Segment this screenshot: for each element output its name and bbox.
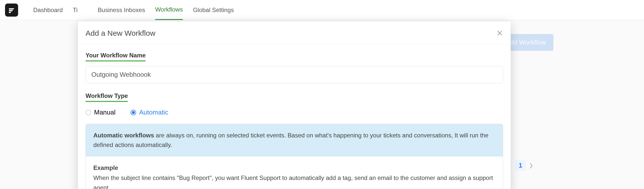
app-logo[interactable] — [5, 4, 18, 17]
radio-circle-icon — [86, 110, 91, 115]
radio-automatic-label: Automatic — [139, 108, 168, 116]
close-icon[interactable]: ✕ — [496, 29, 503, 37]
workflow-type-radio-group: Manual Automatic — [86, 106, 503, 116]
chevron-right-icon[interactable]: ❯ — [529, 162, 533, 168]
example-label: Example — [93, 163, 495, 173]
radio-circle-icon — [131, 110, 136, 115]
main-nav: Dashboard Ti Business Inboxes Workflows … — [33, 0, 234, 20]
info-box: Automatic workflows are always on, runni… — [86, 124, 503, 189]
pagination: ❮ 1 ❯ — [508, 160, 533, 171]
nav-global-settings[interactable]: Global Settings — [193, 0, 234, 20]
logo-icon — [8, 7, 15, 14]
modal-title: Add a New Workflow — [86, 29, 155, 37]
nav-workflows[interactable]: Workflows — [155, 0, 183, 20]
workflow-type-label: Workflow Type — [86, 92, 128, 102]
top-bar: Dashboard Ti Business Inboxes Workflows … — [0, 0, 644, 20]
nav-tickets[interactable]: Ti — [73, 0, 77, 20]
radio-manual-label: Manual — [94, 108, 115, 116]
info-example: Example When the subject line contains "… — [86, 157, 503, 189]
nav-dashboard[interactable]: Dashboard — [33, 0, 63, 20]
example-text: When the subject line contains "Bug Repo… — [93, 174, 493, 189]
info-strong: Automatic workflows — [93, 132, 154, 139]
add-workflow-modal: Add a New Workflow ✕ Your Workflow Name … — [78, 21, 511, 189]
radio-automatic[interactable]: Automatic — [131, 108, 168, 116]
modal-header: Add a New Workflow ✕ — [78, 21, 511, 44]
workflow-name-label: Your Workflow Name — [86, 52, 146, 61]
page-number[interactable]: 1 — [515, 160, 526, 171]
radio-manual[interactable]: Manual — [86, 108, 115, 116]
modal-body: Your Workflow Name Workflow Type Manual … — [78, 44, 511, 189]
workflow-name-input[interactable] — [86, 66, 503, 83]
nav-business-inboxes[interactable]: Business Inboxes — [98, 0, 145, 20]
info-description: Automatic workflows are always on, runni… — [86, 124, 503, 157]
